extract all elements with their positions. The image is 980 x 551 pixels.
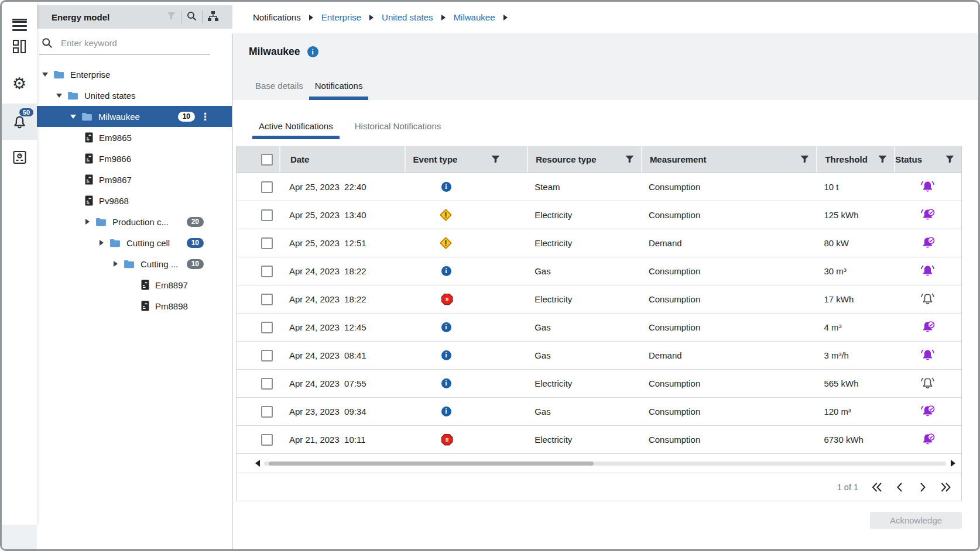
row-checkbox-cell: [237, 426, 279, 453]
bell-check-icon: [920, 236, 935, 250]
row-checkbox[interactable]: [261, 209, 273, 221]
row-checkbox[interactable]: [261, 294, 273, 305]
tree-item-cutting[interactable]: Cutting ...10: [37, 253, 232, 274]
search-icon[interactable]: [187, 11, 197, 23]
tab-base-details[interactable]: Base details: [255, 81, 303, 100]
caret-down-icon[interactable]: [56, 94, 62, 98]
meter-icon: [12, 150, 27, 167]
scrollbar-track[interactable]: [264, 462, 946, 466]
hierarchy-icon[interactable]: [208, 11, 218, 23]
row-checkbox[interactable]: [261, 350, 273, 361]
notification-row[interactable]: Apr 23, 2023 09:34iGasConsumption120 m³: [237, 398, 961, 426]
filter-icon-disabled[interactable]: [167, 12, 176, 23]
event-type-cell: i: [405, 370, 527, 397]
tree-item-production-c[interactable]: Production c...20: [37, 211, 232, 232]
tree-item-pm8898[interactable]: Pm8898: [37, 295, 232, 316]
tree-item-fm9866[interactable]: Fm9866: [37, 148, 232, 169]
scroll-right-arrow-icon[interactable]: [951, 460, 955, 467]
tree-item-pm9867[interactable]: Pm9867: [37, 169, 232, 190]
breadcrumb-item-milwaukee[interactable]: Milwaukee: [454, 12, 495, 22]
notification-row[interactable]: Apr 24, 2023 18:22!!ElectricityConsumpti…: [237, 285, 961, 314]
column-header-resource-type[interactable]: Resource type: [527, 146, 641, 173]
nav-devices-button[interactable]: [2, 146, 37, 171]
notification-row[interactable]: Apr 24, 2023 18:22iGasConsumption30 m³: [237, 257, 961, 285]
filter-icon[interactable]: [878, 155, 887, 164]
notification-row[interactable]: Apr 25, 2023 22:40iSteamConsumption10 t: [237, 173, 961, 201]
threshold-cell: 10 t: [816, 173, 894, 201]
caret-right-icon[interactable]: [100, 240, 104, 246]
bell-outline-icon: [920, 376, 935, 391]
event-type-cell: !: [405, 201, 527, 229]
meter-icon: [141, 280, 149, 290]
tree-item-em9865[interactable]: Em9865: [37, 127, 232, 148]
notification-row[interactable]: Apr 25, 2023 13:40!ElectricityConsumptio…: [237, 201, 961, 229]
count-badge: 10: [178, 112, 195, 122]
threshold-cell: 120 m³: [816, 398, 894, 425]
notification-count-badge: 50: [19, 108, 33, 116]
scrollbar-thumb[interactable]: [269, 462, 594, 466]
tree-item-em8897[interactable]: Em8897: [37, 274, 232, 295]
nav-dashboard-button[interactable]: [2, 35, 37, 60]
column-header-threshold[interactable]: Threshold: [816, 146, 894, 173]
tree-item-label: Fm9866: [99, 154, 131, 164]
main-menu-button[interactable]: [2, 6, 37, 32]
date-cell: Apr 23, 2023 09:34: [279, 398, 405, 425]
count-badge: 10: [187, 259, 204, 269]
info-icon[interactable]: i: [307, 46, 318, 57]
measurement-cell: Consumption: [641, 201, 817, 229]
row-checkbox[interactable]: [261, 237, 273, 249]
count-badge: 20: [187, 217, 204, 227]
tree-item-enterprise[interactable]: Enterprise: [37, 64, 232, 85]
tree-search-input[interactable]: [61, 38, 196, 48]
notification-row[interactable]: Apr 24, 2023 12:45iGasConsumption4 m³: [237, 314, 961, 342]
last-page-button[interactable]: [939, 481, 952, 494]
tree-item-milwaukee[interactable]: Milwaukee10⋮: [37, 106, 232, 127]
tree-item-united-states[interactable]: United states: [37, 85, 232, 106]
notification-row[interactable]: Apr 21, 2023 10:11!!ElectricityConsumpti…: [237, 426, 961, 454]
row-checkbox[interactable]: [261, 406, 273, 418]
caret-right-icon[interactable]: [85, 219, 90, 225]
nav-notifications-button[interactable]: 50: [2, 104, 37, 140]
tree-search: [39, 32, 210, 54]
select-all-checkbox[interactable]: [261, 154, 273, 166]
tree-item-cutting-cell[interactable]: Cutting cell10: [37, 232, 232, 253]
caret-down-icon[interactable]: [42, 73, 48, 77]
breadcrumb-item-united-states[interactable]: United states: [382, 12, 433, 22]
notification-row[interactable]: Apr 25, 2023 12:51!ElectricityDemand80 k…: [237, 229, 961, 257]
folder-icon: [81, 112, 92, 121]
caret-right-icon[interactable]: [114, 261, 118, 267]
kebab-menu-icon[interactable]: ⋮: [200, 111, 210, 123]
notification-row[interactable]: Apr 24, 2023 08:41iGasDemand3 m³/h: [237, 342, 961, 370]
status-cell: [894, 370, 961, 397]
tab-active-notifications[interactable]: Active Notifications: [252, 118, 340, 139]
breadcrumb-item-enterprise[interactable]: Enterprise: [321, 12, 361, 22]
tab-notifications[interactable]: Notifications: [315, 81, 363, 100]
previous-page-button[interactable]: [893, 481, 906, 494]
filter-icon[interactable]: [800, 155, 809, 164]
column-label: Threshold: [825, 154, 868, 164]
filter-icon[interactable]: [625, 155, 634, 164]
column-label: Event type: [413, 154, 458, 164]
notification-row[interactable]: Apr 24, 2023 07:55iElectricityConsumptio…: [237, 370, 961, 398]
row-checkbox[interactable]: [261, 322, 273, 333]
caret-down-icon[interactable]: [70, 115, 76, 119]
tree-item-pv9868[interactable]: Pv9868: [37, 190, 232, 211]
first-page-button[interactable]: [871, 481, 883, 494]
filter-icon[interactable]: [945, 155, 954, 164]
acknowledge-button[interactable]: Acknowledge: [870, 512, 962, 529]
next-page-button[interactable]: [916, 481, 929, 494]
nav-settings-button[interactable]: ⚙: [2, 71, 37, 97]
row-checkbox[interactable]: [261, 434, 273, 446]
column-header-measurement[interactable]: Measurement: [641, 146, 817, 173]
filter-icon[interactable]: [491, 155, 500, 164]
scroll-left-arrow-icon[interactable]: [255, 460, 260, 467]
column-header-date[interactable]: Date: [279, 146, 405, 173]
column-header-status[interactable]: Status: [894, 146, 961, 173]
row-checkbox[interactable]: [261, 266, 273, 277]
threshold-cell: 17 kWh: [816, 285, 894, 313]
tab-historical-notifications[interactable]: Historical Notifications: [348, 118, 448, 139]
row-checkbox[interactable]: [261, 378, 273, 390]
row-checkbox[interactable]: [261, 181, 273, 193]
column-header-event-type[interactable]: Event type: [405, 146, 527, 173]
folder-icon: [109, 239, 121, 247]
